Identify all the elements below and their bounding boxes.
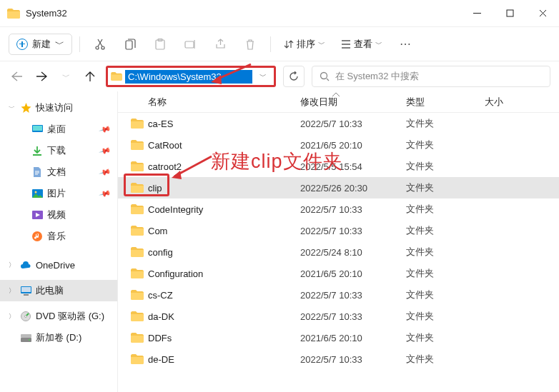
share-button[interactable]	[207, 33, 233, 56]
picture-icon	[31, 188, 43, 199]
new-button[interactable]: 新建 ﹀	[9, 34, 72, 55]
desktop-icon	[31, 124, 43, 135]
sidebar: ﹀ 快速访问 桌面📌 下载📌 文档📌 图片📌 视频 音乐 〉OneDrive 〉…	[0, 91, 118, 392]
navigation-row: ﹀ C:\Windows\System32 ﹀ 在 System32 中搜索	[0, 61, 559, 91]
svg-rect-6	[185, 41, 194, 48]
col-type[interactable]: 类型	[406, 96, 485, 109]
svg-point-1	[96, 46, 99, 49]
col-size[interactable]: 大小	[485, 96, 528, 109]
rename-button[interactable]	[177, 33, 203, 56]
file-name: DDFs	[148, 333, 300, 343]
close-button[interactable]	[526, 0, 559, 26]
maximize-button[interactable]	[493, 0, 526, 26]
file-date: 2022/5/7 10:33	[300, 204, 406, 215]
window-title: System32	[26, 8, 460, 19]
file-date: 2022/5/7 10:33	[300, 226, 406, 236]
sidebar-onedrive[interactable]: 〉OneDrive	[0, 254, 117, 276]
file-date: 2021/6/5 20:10	[300, 268, 406, 279]
file-name: da-DK	[148, 311, 300, 322]
file-type: 文件夹	[406, 310, 485, 323]
plus-icon	[16, 39, 28, 50]
sidebar-music[interactable]: 音乐	[0, 226, 117, 247]
chevron-down-icon: ﹀	[7, 104, 16, 113]
address-bar[interactable]: C:\Windows\System32 ﹀	[106, 66, 276, 87]
sidebar-dvd[interactable]: 〉DVD 驱动器 (G:)	[0, 306, 117, 327]
file-date: 2022/5/7 10:33	[300, 290, 406, 301]
svg-point-11	[34, 191, 36, 194]
titlebar: System32	[0, 0, 559, 27]
file-name: Com	[148, 226, 300, 236]
file-name: config	[148, 247, 300, 258]
file-date: 2021/6/5 20:10	[300, 333, 406, 343]
cloud-icon	[20, 259, 31, 271]
recent-button[interactable]: ﹀	[57, 68, 74, 85]
table-row[interactable]: Configuration2021/6/5 20:10文件夹	[118, 263, 559, 284]
sidebar-thispc[interactable]: 〉此电脑	[0, 280, 117, 301]
table-row[interactable]: da-DK2022/5/7 10:33文件夹	[118, 306, 559, 327]
disc-icon	[20, 311, 31, 322]
minimize-button[interactable]	[460, 0, 493, 26]
svg-rect-15	[21, 287, 31, 292]
search-box[interactable]: 在 System32 中搜索	[312, 66, 550, 87]
table-row[interactable]: Com2022/5/7 10:33文件夹	[118, 220, 559, 241]
refresh-button[interactable]	[283, 66, 305, 87]
col-name[interactable]: 名称	[118, 96, 300, 109]
more-button[interactable]: ⋯	[392, 33, 418, 56]
pin-icon: 📌	[99, 187, 112, 200]
search-icon	[320, 71, 330, 81]
file-name: catroot2	[148, 161, 300, 172]
view-icon	[341, 40, 351, 49]
forward-button[interactable]	[33, 68, 50, 85]
file-type: 文件夹	[406, 246, 485, 258]
file-type: 文件夹	[406, 353, 485, 366]
table-row[interactable]: CatRoot2021/6/5 20:10文件夹	[118, 134, 559, 156]
table-row[interactable]: cs-CZ2022/5/7 10:33文件夹	[118, 284, 559, 306]
file-type: 文件夹	[406, 267, 485, 280]
cut-button[interactable]	[87, 33, 113, 56]
table-row[interactable]: clip2022/5/26 20:30文件夹	[118, 177, 559, 198]
new-label: 新建	[32, 38, 51, 51]
table-row[interactable]: de-DE2022/5/7 10:33文件夹	[118, 348, 559, 370]
col-date[interactable]: 修改日期	[300, 96, 406, 109]
pin-icon: 📌	[99, 144, 112, 157]
file-type: 文件夹	[406, 288, 485, 301]
download-icon	[31, 145, 43, 156]
pin-icon: 📌	[99, 166, 112, 179]
file-type: 文件夹	[406, 224, 485, 237]
table-row[interactable]: catroot22022/5/5 15:54文件夹	[118, 156, 559, 177]
view-button[interactable]: 查看 ﹀	[335, 34, 388, 54]
up-button[interactable]	[81, 68, 99, 85]
file-name: Configuration	[148, 268, 300, 279]
file-name: ca-ES	[148, 119, 300, 129]
table-row[interactable]: CodeIntegrity2022/5/7 10:33文件夹	[118, 198, 559, 220]
svg-point-21	[29, 339, 30, 341]
sidebar-videos[interactable]: 视频	[0, 204, 117, 226]
pc-icon	[20, 285, 31, 296]
file-type: 文件夹	[406, 331, 485, 344]
table-row[interactable]: ca-ES2022/5/7 10:33文件夹	[118, 113, 559, 134]
sidebar-downloads[interactable]: 下载📌	[0, 140, 117, 161]
chevron-down-icon: ﹀	[55, 38, 64, 51]
sidebar-quick-access[interactable]: ﹀ 快速访问	[0, 97, 117, 119]
sidebar-documents[interactable]: 文档📌	[0, 161, 117, 183]
copy-button[interactable]	[117, 33, 143, 56]
search-placeholder: 在 System32 中搜索	[335, 70, 419, 83]
file-list: 名称 修改日期 类型 大小 ca-ES2022/5/7 10:33文件夹CatR…	[118, 91, 559, 392]
video-icon	[31, 209, 43, 221]
file-name: cs-CZ	[148, 290, 300, 301]
paste-button[interactable]	[147, 33, 173, 56]
chevron-right-icon: 〉	[7, 286, 16, 296]
svg-rect-16	[24, 294, 29, 296]
delete-button[interactable]	[237, 33, 263, 56]
back-button[interactable]	[9, 68, 26, 85]
file-type: 文件夹	[406, 139, 485, 151]
sort-button[interactable]: 排序 ﹀	[278, 34, 331, 54]
table-row[interactable]: DDFs2021/6/5 20:10文件夹	[118, 327, 559, 348]
table-row[interactable]: config2022/5/24 8:10文件夹	[118, 241, 559, 263]
sidebar-pictures[interactable]: 图片📌	[0, 183, 117, 204]
chevron-down-icon[interactable]: ﹀	[252, 71, 274, 81]
sidebar-desktop[interactable]: 桌面📌	[0, 119, 117, 140]
file-date: 2021/6/5 20:10	[300, 140, 406, 151]
sidebar-volume[interactable]: 新加卷 (D:)	[0, 327, 117, 348]
svg-point-2	[102, 46, 104, 49]
